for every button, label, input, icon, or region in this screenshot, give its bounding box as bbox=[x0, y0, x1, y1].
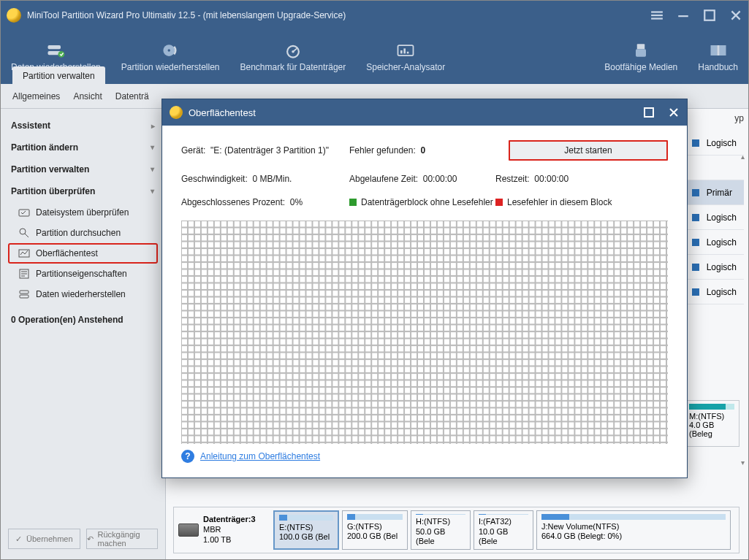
legend-ok: Datenträgerblock ohne Lesefehler bbox=[349, 197, 495, 207]
titlebar: MiniTool Partition Wizard Pro Ultimativ … bbox=[1, 1, 748, 30]
book-icon bbox=[708, 42, 729, 59]
disk-partition-block[interactable]: G:(NTFS)200.0 GB (Bel bbox=[342, 510, 408, 550]
remaining-label: Restzeit: bbox=[495, 174, 530, 184]
svg-point-20 bbox=[20, 229, 26, 234]
speed-value: 0 MB/Min. bbox=[252, 174, 292, 184]
analyzer-icon bbox=[395, 42, 416, 59]
tool-label: Bootfähige Medien bbox=[604, 62, 677, 72]
disk-partition-block[interactable]: J:New Volume(NTFS)664.0 GB (Belegt: 0%) bbox=[536, 510, 731, 550]
errors-label: Fehler gefunden: bbox=[349, 145, 416, 156]
table-row[interactable]: Logisch bbox=[685, 230, 744, 255]
sidebar-item-explore[interactable]: Partition durchsuchen bbox=[8, 223, 158, 243]
svg-rect-17 bbox=[636, 49, 646, 57]
tool-bootable[interactable]: Bootfähige Medien bbox=[604, 42, 677, 72]
check-icon bbox=[18, 207, 30, 218]
tool-label: Benchmark für Datenträger bbox=[240, 62, 346, 72]
svg-rect-16 bbox=[637, 44, 645, 49]
recover-icon bbox=[18, 288, 30, 300]
column-header: yp bbox=[734, 109, 744, 128]
elapsed-label: Abgelaufene Zeit: bbox=[349, 174, 418, 184]
pending-operations: 0 Operation(en) Anstehend bbox=[8, 315, 158, 325]
search-icon bbox=[18, 227, 30, 239]
dialog-close-icon[interactable] bbox=[668, 107, 680, 118]
sidebar-change[interactable]: Partition ändern▸ bbox=[8, 137, 158, 158]
maximize-icon[interactable] bbox=[703, 9, 716, 22]
dialog-app-icon bbox=[170, 106, 183, 119]
apply-button[interactable]: ✓ Übernehmen bbox=[8, 529, 80, 549]
disk-strip-3: Datenträger:3MBR1.00 TB E:(NTFS)100.0 GB… bbox=[173, 507, 740, 553]
svg-rect-1 bbox=[651, 15, 663, 16]
svg-rect-25 bbox=[645, 108, 653, 117]
speed-label: Geschwindigkeit: bbox=[181, 174, 248, 184]
dialog-maximize-icon[interactable] bbox=[643, 107, 655, 118]
svg-rect-2 bbox=[651, 18, 663, 19]
table-row[interactable]: Logisch bbox=[685, 131, 744, 156]
partition-recover-icon bbox=[160, 42, 180, 59]
table-row[interactable]: Primär bbox=[685, 180, 744, 205]
remaining-value: 00:00:00 bbox=[534, 174, 569, 184]
close-icon[interactable] bbox=[729, 9, 742, 22]
block-grid bbox=[181, 220, 668, 444]
tool-label: Partition wiederherstellen bbox=[121, 62, 220, 72]
tool-handbook[interactable]: Handbuch bbox=[698, 42, 738, 72]
percent-value: 0% bbox=[290, 197, 303, 207]
disk-partition-block[interactable]: M:(NTFS) 4.0 GB (Beleg bbox=[684, 400, 740, 447]
tool-label: Speicher-Analysator bbox=[366, 62, 445, 72]
help-link[interactable]: Anleitung zum Oberflächentest bbox=[200, 451, 320, 461]
svg-rect-5 bbox=[48, 45, 61, 49]
sidebar-item-recover[interactable]: Daten wiederherstellen bbox=[8, 284, 158, 304]
svg-rect-18 bbox=[717, 45, 720, 55]
ribbon-tab-active[interactable]: Partition verwalten bbox=[12, 66, 105, 85]
tool-partition-recover[interactable]: Partition wiederherstellen bbox=[121, 42, 220, 72]
sidebar-manage[interactable]: Partition verwalten▸ bbox=[8, 158, 158, 180]
dialog-titlebar: Oberflächentest bbox=[162, 99, 687, 126]
start-button[interactable]: Jetzt starten bbox=[509, 140, 668, 161]
sidebar-item-surface-test[interactable]: Oberflächentest bbox=[8, 243, 158, 264]
sidebar-item-label: Partitionseigenschaften bbox=[36, 269, 127, 279]
usb-icon bbox=[631, 42, 651, 59]
sidebar-check[interactable]: Partition überprüfen▸ bbox=[8, 180, 158, 202]
disk-icon bbox=[178, 523, 199, 537]
errors-value: 0 bbox=[420, 145, 425, 156]
disk-partition-block[interactable]: H:(NTFS)50.0 GB (Bele bbox=[411, 510, 471, 550]
svg-point-7 bbox=[58, 51, 65, 58]
svg-rect-13 bbox=[400, 50, 403, 53]
window-title: MiniTool Partition Wizard Pro Ultimativ … bbox=[27, 10, 650, 20]
svg-rect-24 bbox=[20, 295, 28, 298]
svg-rect-0 bbox=[651, 11, 663, 12]
subtab[interactable]: Allgemeines bbox=[12, 91, 60, 101]
surface-test-dialog: Oberflächentest Gerät: "E: (Datenträger … bbox=[161, 99, 688, 478]
undo-button[interactable]: ↶ Rückgängig machen bbox=[86, 529, 159, 549]
table-row[interactable]: Logisch bbox=[685, 205, 744, 230]
svg-rect-3 bbox=[678, 15, 688, 17]
surface-icon bbox=[18, 248, 30, 259]
table-row[interactable]: Logisch bbox=[685, 280, 744, 304]
sidebar-item-label: Oberflächentest bbox=[36, 248, 98, 258]
svg-rect-4 bbox=[704, 10, 715, 20]
properties-icon bbox=[18, 268, 30, 280]
sidebar: Assistent▸ Partition ändern▸ Partition v… bbox=[1, 109, 166, 559]
tool-benchmark[interactable]: Benchmark für Datenträger bbox=[240, 42, 346, 72]
svg-rect-27 bbox=[181, 220, 668, 444]
help-icon: ? bbox=[181, 450, 194, 463]
svg-rect-15 bbox=[407, 52, 409, 54]
legend-error: Lesefehler in diesem Block bbox=[495, 197, 664, 207]
table-row[interactable]: Logisch bbox=[685, 255, 744, 280]
subtab[interactable]: Ansicht bbox=[73, 91, 102, 101]
sidebar-item-label: Dateisystem überprüfen bbox=[36, 207, 129, 218]
minimize-icon[interactable] bbox=[677, 9, 690, 22]
disk-partition-block[interactable]: E:(NTFS)100.0 GB (Bel bbox=[273, 510, 339, 550]
sidebar-item-fscheck[interactable]: Dateisystem überprüfen bbox=[8, 202, 158, 223]
sidebar-assistant[interactable]: Assistent▸ bbox=[8, 115, 158, 137]
sidebar-item-label: Partition durchsuchen bbox=[36, 228, 121, 238]
subtab[interactable]: Datenträ bbox=[115, 91, 149, 101]
tool-space-analyzer[interactable]: Speicher-Analysator bbox=[366, 42, 445, 72]
dialog-title: Oberflächentest bbox=[189, 107, 256, 118]
svg-point-11 bbox=[292, 50, 294, 53]
disk-partition-block[interactable]: I:(FAT32)10.0 GB (Bele bbox=[474, 510, 533, 550]
svg-rect-23 bbox=[20, 291, 28, 294]
overflow-icon[interactable] bbox=[650, 9, 664, 22]
percent-label: Abgeschlossenes Prozent: bbox=[181, 197, 285, 207]
disk-info[interactable]: Datenträger:3MBR1.00 TB bbox=[177, 510, 270, 550]
sidebar-item-properties[interactable]: Partitionseigenschaften bbox=[8, 264, 158, 284]
